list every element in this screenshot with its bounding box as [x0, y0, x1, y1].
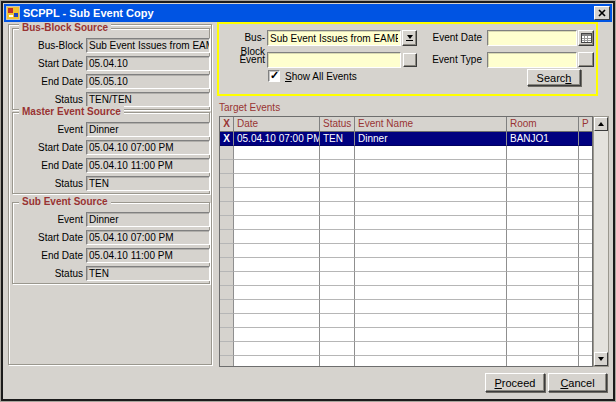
table-cell [234, 314, 320, 328]
dialog-window: SCPPL - Sub Event Copy Bus-Block Source … [0, 0, 616, 402]
table-cell [320, 314, 355, 328]
display-field-start-date: 05.04.10 07:00 PM [86, 140, 210, 155]
bus-block-dropdown-button[interactable] [402, 30, 417, 46]
table-cell [320, 160, 355, 174]
table-cell [507, 188, 579, 202]
table-cell [320, 286, 355, 300]
table-cell [355, 146, 507, 160]
table-row-empty[interactable] [220, 160, 592, 174]
table-cell [507, 258, 579, 272]
field-label: End Date [15, 160, 83, 171]
table-cell [507, 286, 579, 300]
table-cell [234, 286, 320, 300]
table-cell [320, 174, 355, 188]
table-cell [320, 216, 355, 230]
table-cell [220, 356, 234, 367]
show-all-events-label: Show All Events [285, 70, 395, 84]
event-date-input[interactable] [487, 30, 577, 46]
scroll-down-button[interactable] [594, 352, 608, 366]
field-label: Status [15, 178, 83, 189]
proceed-button[interactable]: Proceed [485, 373, 545, 392]
table-cell: Dinner [355, 132, 507, 146]
table-row-selected[interactable]: X05.04.10 07:00 PMTENDinnerBANJO1 [220, 132, 592, 146]
table-cell [355, 174, 507, 188]
table-cell [507, 314, 579, 328]
display-field-end-date: 05.04.10 11:00 PM [86, 248, 210, 263]
close-button[interactable] [594, 6, 610, 20]
field-label: Start Date [15, 142, 83, 153]
table-row-empty[interactable] [220, 286, 592, 300]
table-cell [355, 328, 507, 342]
field-label: Start Date [15, 232, 83, 243]
target-events-label: Target Events [219, 102, 280, 113]
table-row-empty[interactable] [220, 258, 592, 272]
event-input[interactable] [267, 52, 401, 68]
display-field-status: TEN [86, 266, 210, 281]
target-events-table: XDateStatusEvent NameRoomP X05.04.10 07:… [219, 116, 593, 367]
table-cell [320, 244, 355, 258]
display-field-end-date: 05.05.10 [86, 74, 210, 89]
table-row-empty[interactable] [220, 202, 592, 216]
group-bus-block-source: Bus-Block Source Bus-BlockSub Event Issu… [12, 28, 210, 110]
table-row-empty[interactable] [220, 146, 592, 160]
table-cell: X [220, 132, 234, 146]
table-vertical-scrollbar[interactable] [593, 116, 609, 367]
table-row-empty[interactable] [220, 216, 592, 230]
display-field-status: TEN [86, 176, 210, 191]
table-cell [234, 300, 320, 314]
table-cell [507, 300, 579, 314]
table-row-empty[interactable] [220, 188, 592, 202]
table-cell [355, 314, 507, 328]
table-cell [579, 258, 593, 272]
scroll-down-arrow-icon [598, 357, 604, 361]
table-cell [220, 286, 234, 300]
table-cell [234, 174, 320, 188]
dropdown-arrow-icon [406, 35, 413, 41]
event-type-lov-button[interactable] [578, 52, 594, 67]
show-all-events-checkbox[interactable] [268, 70, 280, 82]
column-header-status: Status [320, 117, 355, 132]
table-row-empty[interactable] [220, 300, 592, 314]
field-label: Event [15, 124, 83, 135]
table-cell [507, 202, 579, 216]
table-cell [320, 230, 355, 244]
table-row-empty[interactable] [220, 230, 592, 244]
table-cell [579, 314, 593, 328]
event-date-calendar-button[interactable] [578, 30, 594, 46]
table-cell [234, 160, 320, 174]
title-bar[interactable]: SCPPL - Sub Event Copy [4, 4, 612, 22]
search-button[interactable]: Search [527, 69, 581, 86]
table-cell [507, 216, 579, 230]
field-label: End Date [15, 76, 83, 87]
table-body: X05.04.10 07:00 PMTENDinnerBANJO1 [220, 132, 592, 367]
display-field-end-date: 05.04.10 11:00 PM [86, 158, 210, 173]
table-cell [355, 342, 507, 356]
event-lov-button[interactable] [403, 53, 417, 67]
cancel-button[interactable]: Cancel [548, 373, 607, 392]
table-row-empty[interactable] [220, 342, 592, 356]
table-cell [320, 342, 355, 356]
table-row-empty[interactable] [220, 328, 592, 342]
table-row-empty[interactable] [220, 314, 592, 328]
table-cell [220, 146, 234, 160]
bus-block-combo-input[interactable] [267, 30, 401, 46]
scroll-up-button[interactable] [594, 117, 608, 131]
table-cell [220, 160, 234, 174]
table-cell [579, 230, 593, 244]
table-cell [234, 342, 320, 356]
table-cell [579, 244, 593, 258]
table-row-empty[interactable] [220, 272, 592, 286]
table-cell [355, 188, 507, 202]
table-cell [234, 216, 320, 230]
table-cell [507, 272, 579, 286]
table-cell: BANJO1 [507, 132, 579, 146]
event-type-input[interactable] [487, 52, 577, 68]
display-field-start-date: 05.04.10 07:00 PM [86, 230, 210, 245]
table-row-empty[interactable] [220, 244, 592, 258]
table-cell [220, 300, 234, 314]
table-row-empty[interactable] [220, 174, 592, 188]
table-cell [234, 202, 320, 216]
table-cell [507, 146, 579, 160]
field-label: Event [15, 214, 83, 225]
table-row-empty[interactable] [220, 356, 592, 367]
